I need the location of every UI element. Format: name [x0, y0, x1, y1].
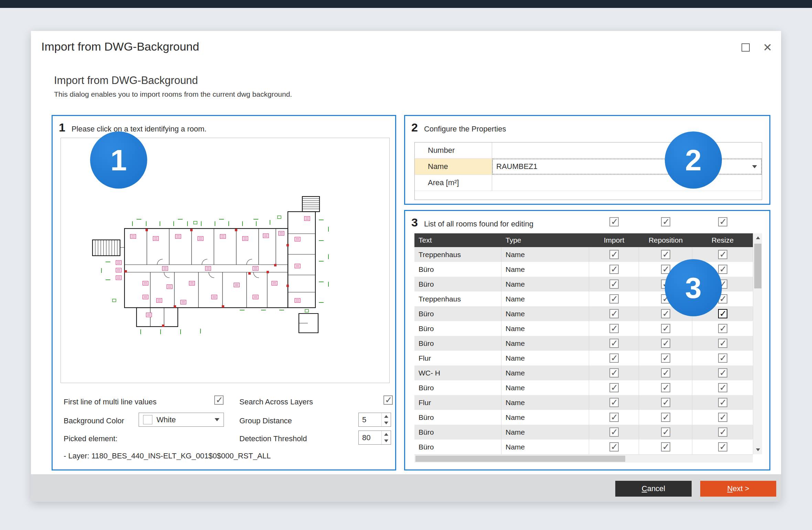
column-header-reposition[interactable]: Reposition [639, 236, 692, 244]
column-header-text[interactable]: Text [414, 236, 501, 244]
import-checkbox[interactable] [609, 279, 619, 289]
step2-panel: 2 Configure the Properties Number Name R… [404, 115, 770, 205]
room-type-cell: Name [501, 292, 589, 306]
spinner-buttons [381, 413, 391, 426]
spin-up-icon[interactable] [382, 413, 391, 420]
close-icon[interactable]: ✕ [763, 42, 772, 53]
property-label: Number [415, 142, 492, 158]
column-header-import[interactable]: Import [589, 236, 639, 244]
reposition-checkbox[interactable] [661, 353, 670, 363]
import-checkbox[interactable] [609, 309, 619, 318]
table-row[interactable]: WC- H Name [414, 365, 753, 380]
resize-checkbox[interactable] [718, 413, 727, 422]
reposition-checkbox[interactable] [661, 324, 670, 333]
import-checkbox[interactable] [609, 294, 619, 304]
table-row[interactable]: Büro Name [414, 425, 753, 439]
select-all-row [414, 217, 753, 226]
resize-checkbox[interactable] [718, 339, 727, 348]
resize-checkbox[interactable] [718, 442, 727, 452]
first-line-checkbox[interactable] [214, 395, 224, 405]
select-all-import-checkbox[interactable] [609, 217, 619, 226]
horizontal-scrollbar[interactable] [414, 454, 753, 463]
vertical-scrollbar[interactable] [753, 233, 762, 454]
table-row[interactable]: Büro Name [414, 321, 753, 336]
area-value-field[interactable] [492, 175, 762, 191]
room-text-cell: Büro [414, 336, 501, 351]
reposition-checkbox[interactable] [661, 398, 670, 407]
resize-checkbox[interactable] [718, 353, 727, 363]
resize-checkbox[interactable] [718, 368, 727, 378]
step3-panel: 3 List of all rooms found for editing Te… [404, 210, 770, 470]
stair-hatching [95, 199, 320, 256]
background-color-dropdown[interactable]: White [139, 413, 224, 427]
property-label: Name [415, 159, 492, 174]
import-checkbox[interactable] [609, 398, 619, 407]
hscroll-thumb[interactable] [415, 456, 625, 462]
reposition-checkbox[interactable] [661, 309, 670, 318]
resize-checkbox[interactable] [718, 383, 727, 392]
table-row[interactable]: Büro Name [414, 336, 753, 351]
spin-up-icon[interactable] [382, 431, 391, 438]
scroll-thumb[interactable] [754, 244, 761, 288]
resize-checkbox[interactable] [718, 324, 727, 333]
maximize-icon[interactable] [741, 43, 750, 52]
reposition-checkbox[interactable] [661, 442, 670, 452]
resize-checkbox[interactable] [718, 427, 727, 437]
spin-down-icon[interactable] [382, 438, 391, 445]
import-checkbox[interactable] [609, 265, 619, 274]
name-dropdown-icon[interactable] [752, 165, 757, 168]
table-row[interactable]: Treppenhaus Name [414, 247, 753, 262]
search-across-layers-checkbox[interactable] [383, 395, 393, 405]
table-row[interactable]: Büro Name [414, 439, 753, 454]
resize-checkbox[interactable] [718, 309, 727, 318]
reposition-checkbox[interactable] [661, 413, 670, 422]
room-text-cell: Büro [414, 410, 501, 425]
resize-checkbox[interactable] [718, 398, 727, 407]
detection-threshold-label: Detection Threshold [239, 434, 307, 443]
import-checkbox[interactable] [609, 383, 619, 392]
reposition-checkbox[interactable] [661, 368, 670, 378]
scroll-up-icon[interactable] [753, 233, 762, 242]
group-distance-spinner[interactable]: 5 [358, 413, 391, 427]
group-distance-value: 5 [362, 415, 366, 424]
room-type-cell: Name [501, 336, 589, 351]
color-swatch [143, 415, 152, 424]
import-checkbox[interactable] [609, 339, 619, 348]
table-row[interactable]: Flur Name [414, 351, 753, 365]
resize-checkbox[interactable] [718, 265, 727, 274]
step1-number: 1 [59, 121, 65, 134]
scroll-down-icon[interactable] [753, 445, 762, 454]
select-all-resize-checkbox[interactable] [718, 217, 727, 226]
reposition-checkbox[interactable] [661, 339, 670, 348]
table-row[interactable]: Flur Name [414, 395, 753, 410]
select-all-reposition-checkbox[interactable] [661, 217, 670, 226]
room-text-cell: Büro [414, 425, 501, 439]
room-text-cell: WC- H [414, 365, 501, 380]
next-button[interactable]: Next > [700, 481, 776, 497]
reposition-checkbox[interactable] [661, 383, 670, 392]
column-header-type[interactable]: Type [501, 236, 589, 244]
reposition-checkbox[interactable] [661, 427, 670, 437]
background-color-label: Background Color [64, 416, 124, 425]
import-checkbox[interactable] [609, 353, 619, 363]
step2-number: 2 [411, 121, 418, 134]
table-row[interactable]: Büro Name [414, 410, 753, 425]
cancel-button[interactable]: Cancel [615, 481, 692, 497]
chevron-down-icon [215, 418, 219, 421]
interior-walls [120, 229, 315, 327]
room-type-cell: Name [501, 351, 589, 365]
import-checkbox[interactable] [609, 324, 619, 333]
table-row[interactable]: Büro Name [414, 380, 753, 395]
column-header-resize[interactable]: Resize [692, 236, 753, 244]
reposition-checkbox[interactable] [661, 250, 670, 259]
property-label: Area [m²] [415, 175, 492, 191]
step2-heading: 2 Configure the Properties [411, 121, 506, 134]
detection-threshold-spinner[interactable]: 80 [358, 431, 391, 445]
resize-checkbox[interactable] [718, 250, 727, 259]
import-checkbox[interactable] [609, 442, 619, 452]
import-checkbox[interactable] [609, 250, 619, 259]
import-checkbox[interactable] [609, 368, 619, 378]
import-checkbox[interactable] [609, 413, 619, 422]
spin-down-icon[interactable] [382, 420, 391, 427]
import-checkbox[interactable] [609, 427, 619, 437]
